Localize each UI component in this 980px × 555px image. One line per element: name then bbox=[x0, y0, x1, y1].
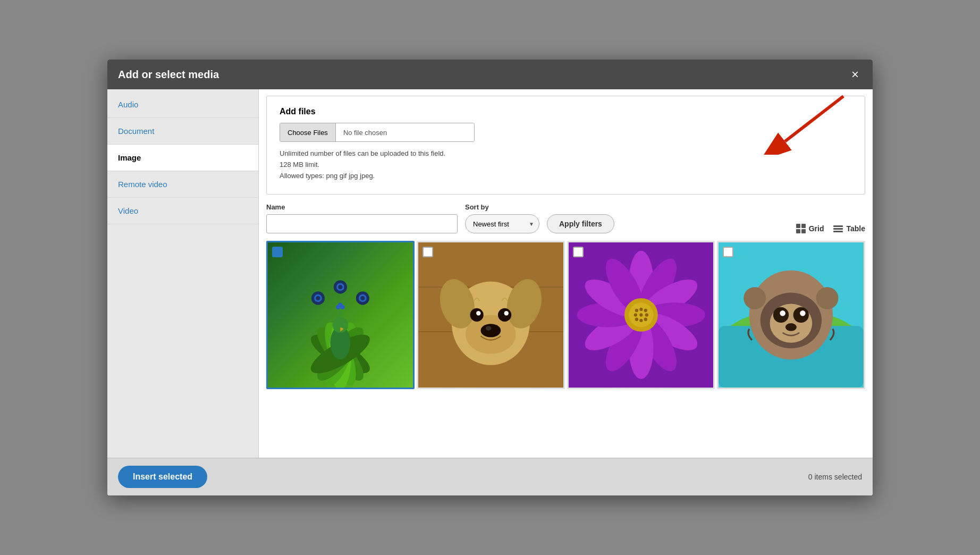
upload-title: Add files bbox=[280, 107, 852, 116]
modal-dialog: Add or select media × Audio Document Ima… bbox=[107, 60, 873, 495]
main-content: Add files Choose Files No file chosen Un… bbox=[259, 89, 873, 458]
media-item-dog[interactable] bbox=[417, 241, 565, 389]
svg-point-74 bbox=[785, 324, 797, 332]
svg-point-72 bbox=[780, 310, 785, 316]
apply-filters-container: Apply filters bbox=[547, 214, 614, 233]
svg-point-35 bbox=[498, 308, 511, 322]
svg-point-17 bbox=[338, 285, 342, 289]
svg-point-59 bbox=[645, 314, 648, 317]
svg-point-25 bbox=[340, 305, 344, 309]
sort-wrapper: Newest first Oldest first Name A-Z Name … bbox=[465, 214, 539, 233]
sloth-thumbnail bbox=[719, 242, 864, 388]
sort-label: Sort by bbox=[465, 203, 539, 211]
choose-files-button[interactable]: Choose Files bbox=[280, 123, 336, 141]
svg-point-75 bbox=[744, 287, 766, 309]
no-file-text: No file chosen bbox=[336, 123, 474, 141]
sort-select[interactable]: Newest first Oldest first Name A-Z Name … bbox=[465, 214, 539, 233]
upload-hint-line1: Unlimited number of files can be uploade… bbox=[280, 148, 852, 159]
sidebar-item-image[interactable]: Image bbox=[107, 145, 258, 171]
grid-view-button[interactable]: Grid bbox=[796, 224, 824, 233]
sidebar-item-video[interactable]: Video bbox=[107, 198, 258, 224]
table-view-button[interactable]: Table bbox=[833, 224, 865, 233]
sort-filter-group: Sort by Newest first Oldest first Name A… bbox=[465, 203, 539, 233]
svg-point-73 bbox=[800, 310, 805, 316]
dog-thumbnail bbox=[418, 242, 563, 388]
upload-hint-line2: 128 MB limit. bbox=[280, 159, 852, 171]
sidebar-item-audio[interactable]: Audio bbox=[107, 91, 258, 118]
modal-title: Add or select media bbox=[118, 69, 219, 81]
svg-point-39 bbox=[486, 326, 491, 331]
svg-point-61 bbox=[639, 319, 643, 322]
name-filter-input[interactable] bbox=[266, 214, 458, 233]
sidebar-item-document[interactable]: Document bbox=[107, 118, 258, 145]
modal-header: Add or select media × bbox=[107, 60, 873, 89]
grid-icon bbox=[796, 224, 806, 233]
svg-point-36 bbox=[476, 311, 480, 315]
apply-filters-button[interactable]: Apply filters bbox=[547, 214, 614, 233]
media-checkbox-1[interactable] bbox=[272, 247, 283, 257]
view-toggles: Grid Table bbox=[796, 224, 865, 233]
media-checkbox-3[interactable] bbox=[573, 247, 584, 257]
svg-point-63 bbox=[639, 314, 643, 317]
svg-point-60 bbox=[635, 318, 638, 321]
name-filter-group: Name bbox=[266, 203, 458, 233]
file-input-display: Choose Files No file chosen bbox=[280, 123, 475, 142]
svg-point-14 bbox=[360, 296, 365, 300]
sidebar: Audio Document Image Remote video Video bbox=[107, 89, 259, 458]
upload-section: Add files Choose Files No file chosen Un… bbox=[266, 96, 865, 195]
name-filter-label: Name bbox=[266, 203, 458, 211]
svg-point-56 bbox=[639, 308, 643, 311]
media-checkbox-4[interactable] bbox=[723, 247, 733, 257]
filter-row: Name Sort by Newest first Oldest first N… bbox=[259, 201, 873, 239]
items-selected-count: 0 items selected bbox=[808, 473, 862, 481]
flower-thumbnail bbox=[569, 242, 714, 388]
sidebar-item-remote-video[interactable]: Remote video bbox=[107, 171, 258, 198]
close-button[interactable]: × bbox=[848, 67, 862, 82]
svg-point-37 bbox=[504, 311, 508, 315]
svg-point-11 bbox=[316, 296, 320, 300]
svg-point-58 bbox=[633, 314, 637, 317]
upload-hints: Unlimited number of files can be uploade… bbox=[280, 148, 852, 181]
svg-point-57 bbox=[644, 309, 647, 312]
media-item-sloth[interactable] bbox=[717, 241, 865, 389]
file-input-row: Choose Files No file chosen bbox=[280, 123, 852, 142]
media-item-flower[interactable] bbox=[567, 241, 715, 389]
modal-footer: Insert selected 0 items selected bbox=[107, 458, 873, 495]
insert-selected-button[interactable]: Insert selected bbox=[118, 466, 207, 488]
media-item-peacock[interactable] bbox=[266, 241, 415, 389]
svg-point-76 bbox=[816, 287, 839, 309]
svg-point-55 bbox=[635, 309, 638, 312]
upload-hint-line3: Allowed types: png gif jpg jpeg. bbox=[280, 171, 852, 182]
modal-body: Audio Document Image Remote video Video … bbox=[107, 89, 873, 458]
media-checkbox-2[interactable] bbox=[423, 247, 433, 257]
svg-point-34 bbox=[470, 308, 483, 322]
svg-point-62 bbox=[644, 318, 647, 321]
media-grid bbox=[259, 239, 873, 458]
svg-point-38 bbox=[480, 324, 501, 338]
peacock-thumbnail bbox=[268, 242, 413, 388]
table-icon bbox=[833, 224, 843, 233]
